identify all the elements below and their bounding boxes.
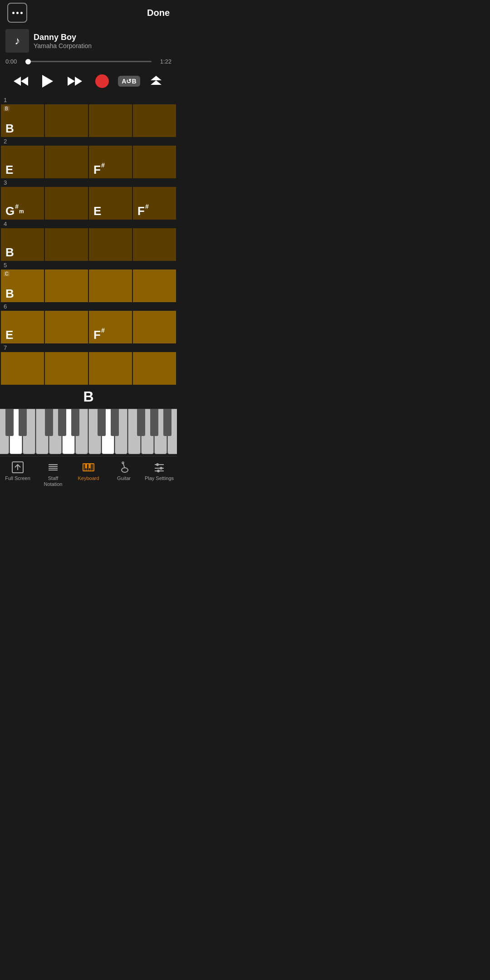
black-key-9[interactable] xyxy=(163,409,172,436)
chord-cell-r2c1[interactable] xyxy=(45,146,88,178)
chord-cell-r1c1[interactable] xyxy=(45,104,88,137)
tab-label-keyboard: Keyboard xyxy=(78,475,99,481)
chord-row-4: B xyxy=(0,228,177,261)
svg-point-29 xyxy=(157,470,160,472)
chord-cell-r6c0[interactable]: E xyxy=(1,311,44,343)
chord-cell-r5c0[interactable]: CB xyxy=(1,270,44,302)
chord-row-group-7: 7 xyxy=(0,343,177,385)
ab-repeat-button[interactable]: A↺B xyxy=(118,76,140,87)
track-title: Danny Boy xyxy=(34,33,172,42)
black-key-8[interactable] xyxy=(150,409,158,436)
chord-cell-r6c2[interactable]: F# xyxy=(89,311,132,343)
chord-note: B xyxy=(5,288,14,299)
track-artist: Yamaha Corporation xyxy=(34,42,172,49)
black-key-0[interactable] xyxy=(5,409,14,436)
chord-sub: m xyxy=(19,209,24,214)
rewind-button[interactable] xyxy=(10,72,32,90)
chord-cell-r5c3[interactable] xyxy=(133,270,176,302)
chord-cell-r4c3[interactable] xyxy=(133,228,176,261)
chord-label: E xyxy=(5,164,13,176)
chord-cell-r2c2[interactable]: F# xyxy=(89,146,132,178)
fast-forward-button[interactable] xyxy=(64,72,86,90)
chord-note: F xyxy=(93,329,101,341)
scroll-up-icon xyxy=(149,74,163,88)
chord-cell-r2c0[interactable]: E xyxy=(1,146,44,178)
chord-row-group-3: 3G#mEF# xyxy=(0,178,177,220)
svg-rect-20 xyxy=(89,464,91,468)
svg-marker-0 xyxy=(14,77,21,86)
chord-grid: 1BB2EF#3G#mEF#4B5CB6EF#7 xyxy=(0,96,177,385)
chord-note: E xyxy=(5,329,13,341)
play-button[interactable] xyxy=(37,72,59,90)
chord-cell-r6c1[interactable] xyxy=(45,311,88,343)
piano-wrap xyxy=(0,409,177,454)
row-number-3: 3 xyxy=(0,178,177,187)
chord-label: B xyxy=(5,246,14,258)
staff-icon xyxy=(47,461,59,474)
playback-controls: A↺B xyxy=(0,69,177,96)
chord-cell-r5c1[interactable] xyxy=(45,270,88,302)
tab-fullscreen[interactable]: Full Screen xyxy=(0,459,35,489)
chord-cell-r3c1[interactable] xyxy=(45,187,88,220)
tab-settings[interactable]: Play Settings xyxy=(142,459,177,489)
chord-cell-r4c1[interactable] xyxy=(45,228,88,261)
svg-point-27 xyxy=(160,467,162,470)
chord-sharp: # xyxy=(15,203,19,210)
chord-cell-r7c1[interactable] xyxy=(45,352,88,385)
tab-keyboard[interactable]: Keyboard xyxy=(71,459,106,489)
black-key-4[interactable] xyxy=(71,409,79,436)
svg-marker-4 xyxy=(75,77,82,86)
black-key-7[interactable] xyxy=(137,409,145,436)
chord-sharp: # xyxy=(101,162,105,168)
scroll-button[interactable] xyxy=(145,72,167,90)
chord-note: G xyxy=(5,205,15,217)
svg-marker-5 xyxy=(151,76,162,80)
black-key-1[interactable] xyxy=(19,409,27,436)
chord-cell-r2c3[interactable] xyxy=(133,146,176,178)
record-button[interactable] xyxy=(91,72,113,90)
chord-row-3: G#mEF# xyxy=(0,187,177,220)
tab-label-staff: Staff Notation xyxy=(44,475,63,487)
chord-note: F xyxy=(137,205,145,217)
now-playing-bar: ♪ Danny Boy Yamaha Corporation xyxy=(0,25,177,56)
row-number-1: 1 xyxy=(0,96,177,104)
menu-button[interactable] xyxy=(7,3,27,23)
chord-cell-r7c3[interactable] xyxy=(133,352,176,385)
black-key-3[interactable] xyxy=(58,409,66,436)
black-key-2[interactable] xyxy=(45,409,53,436)
chord-cell-r3c0[interactable]: G#m xyxy=(1,187,44,220)
chord-cell-r1c2[interactable] xyxy=(89,104,132,137)
svg-point-25 xyxy=(156,463,159,466)
piano-keyboard[interactable] xyxy=(0,409,177,454)
chord-cell-r7c0[interactable] xyxy=(1,352,44,385)
done-button[interactable]: Done xyxy=(147,8,170,18)
tab-staff[interactable]: Staff Notation xyxy=(35,459,71,489)
chord-cell-r5c2[interactable] xyxy=(89,270,132,302)
album-art: ♪ xyxy=(5,29,29,53)
chord-cell-r4c2[interactable] xyxy=(89,228,132,261)
black-key-6[interactable] xyxy=(111,409,119,436)
progress-track[interactable] xyxy=(25,61,152,62)
chord-cell-r7c2[interactable] xyxy=(89,352,132,385)
tab-label-settings: Play Settings xyxy=(145,475,174,481)
chord-sharp: # xyxy=(101,327,105,333)
progress-thumb[interactable] xyxy=(25,59,31,64)
chord-cell-r3c2[interactable]: E xyxy=(89,187,132,220)
tab-bar: Full ScreenStaff NotationKeyboardGuitarP… xyxy=(0,456,177,494)
chord-note: F xyxy=(93,164,101,176)
chord-cell-r1c3[interactable] xyxy=(133,104,176,137)
black-key-5[interactable] xyxy=(98,409,106,436)
chord-cell-r6c3[interactable] xyxy=(133,311,176,343)
svg-marker-2 xyxy=(42,75,53,88)
section-label: B xyxy=(4,106,10,111)
chord-cell-r1c0[interactable]: BB xyxy=(1,104,44,137)
chord-row-6: EF# xyxy=(0,311,177,343)
track-info: Danny Boy Yamaha Corporation xyxy=(34,33,172,49)
chord-cell-r3c3[interactable]: F# xyxy=(133,187,176,220)
tab-guitar[interactable]: Guitar xyxy=(106,459,142,489)
svg-marker-3 xyxy=(68,77,75,86)
chord-note: B xyxy=(5,246,14,258)
keyboard-icon xyxy=(82,461,95,474)
chord-cell-r4c0[interactable]: B xyxy=(1,228,44,261)
chord-label: G#m xyxy=(5,205,24,217)
